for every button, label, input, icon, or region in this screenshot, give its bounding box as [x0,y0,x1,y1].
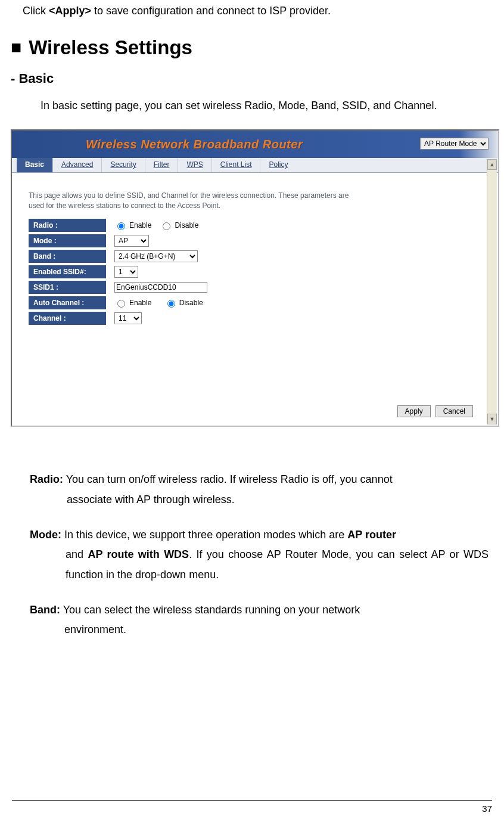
basic-paragraph-text: In basic setting page, you can set wirel… [41,100,437,111]
tab-security[interactable]: Security [102,158,145,172]
auto-channel-enable-label: Enable [129,299,151,307]
tab-wps[interactable]: WPS [178,158,211,172]
def-mode-line1: In this device, we support three operati… [61,529,347,541]
enabled-ssid-select[interactable]: 1 [114,266,138,278]
row-channel: Channel : 11 [29,312,362,325]
row-mode: Mode : AP [29,234,362,247]
tab-advanced[interactable]: Advanced [53,158,102,172]
tab-basic[interactable]: Basic [17,158,53,172]
def-radio-cont: associate with AP through wireless. [30,490,489,510]
router-header: Wireless Network Broadband Router AP Rou… [12,131,498,158]
radio-disable-input[interactable] [163,222,170,230]
def-band-term: Band: [30,604,60,616]
def-mode-cont-pre: and [66,548,88,560]
def-mode-bold1: AP router [347,529,396,541]
ssid1-input[interactable] [114,282,207,293]
scroll-up-icon[interactable]: ▲ [487,159,497,170]
label-ssid1: SSID1 : [29,281,106,294]
router-description: This page allows you to define SSID, and… [29,191,362,210]
channel-select[interactable]: 11 [114,312,142,324]
tab-bar: Basic Advanced Security Filter WPS Clien… [12,158,498,173]
label-band: Band : [29,250,106,263]
square-bullet-icon: ■ [11,37,21,57]
section-heading: ■Wireless Settings [11,36,493,59]
label-channel: Channel : [29,312,106,325]
router-mode-select[interactable]: AP Router Mode [420,138,489,150]
scrollbar[interactable]: ▲ ▼ [487,159,497,424]
router-header-title: Wireless Network Broadband Router [86,138,303,151]
def-mode-bold2: AP route with WDS [88,548,189,560]
cancel-button[interactable]: Cancel [435,405,473,417]
row-auto-channel: Auto Channel : Enable Disable [29,296,362,309]
sub-heading: - Basic [11,71,493,86]
def-radio: Radio: You can turn on/off wireless radi… [30,470,489,510]
band-select[interactable]: 2.4 GHz (B+G+N) [114,250,198,262]
tab-policy[interactable]: Policy [260,158,296,172]
scroll-down-icon[interactable]: ▼ [487,414,497,424]
label-mode: Mode : [29,234,106,247]
def-band-cont: environment. [30,620,489,640]
label-auto-channel: Auto Channel : [29,296,106,309]
radio-enable-input[interactable] [117,222,125,230]
apply-button[interactable]: Apply [397,405,431,417]
def-radio-line1: You can turn on/off wireless radio. If w… [63,473,393,485]
radio-disable-label: Disable [175,221,198,229]
section-heading-text: Wireless Settings [29,36,192,58]
mode-select[interactable]: AP [114,235,149,247]
intro-suffix: to save configuration and connect to ISP… [91,5,331,17]
label-enabled-ssid: Enabled SSID#: [29,265,106,278]
auto-channel-disable-label: Disable [179,299,203,307]
router-ui-screenshot: Wireless Network Broadband Router AP Rou… [11,129,493,427]
intro-prefix: Click [23,5,49,17]
intro-text: Click <Apply> to save configuration and … [11,0,493,17]
def-mode-term: Mode: [30,529,61,541]
radio-enable-label: Enable [129,221,151,229]
auto-channel-enable-input[interactable] [117,300,125,308]
auto-channel-disable-input[interactable] [167,300,175,308]
def-mode-cont: and AP route with WDS. If you choose AP … [30,545,489,585]
def-band-line1: You can select the wireless standards ru… [60,604,360,616]
tab-client-list[interactable]: Client List [212,158,261,172]
footer-rule [12,800,492,801]
basic-paragraph: In basic setting page, you can set wirel… [11,96,493,115]
def-band: Band: You can select the wireless standa… [30,600,489,640]
def-mode: Mode: In this device, we support three o… [30,525,489,585]
row-enabled-ssid: Enabled SSID#: 1 [29,265,362,278]
row-ssid1: SSID1 : [29,281,362,294]
page-number: 37 [482,804,492,814]
row-radio: Radio : Enable Disable [29,219,362,232]
intro-bold: <Apply> [49,5,91,17]
row-band: Band : 2.4 GHz (B+G+N) [29,250,362,263]
def-radio-term: Radio: [30,473,63,485]
label-radio: Radio : [29,219,106,232]
tab-filter[interactable]: Filter [145,158,179,172]
